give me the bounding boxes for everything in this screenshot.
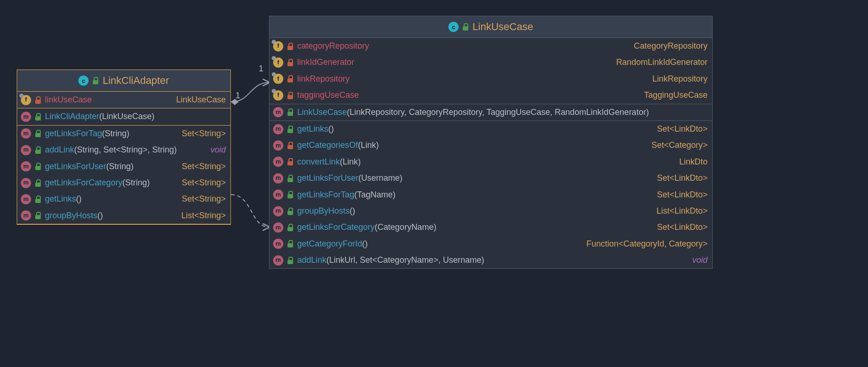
method-params: (Link) [358, 140, 379, 150]
method-name: convertLink [297, 157, 340, 166]
return-type: Set<LinkDto> [657, 190, 708, 199]
public-visibility-icon [92, 77, 99, 84]
method-row[interactable]: mgroupByHosts()List<String> [17, 208, 230, 224]
field-name: taggingUseCase [297, 90, 359, 100]
constructor-row[interactable]: mLinkCliAdapter(LinkUseCase) [17, 108, 230, 125]
methods-section: mgetLinksForTag(String)Set<String>maddLi… [17, 126, 230, 224]
method-icon: m [273, 255, 283, 266]
method-name: getLinksForUser [45, 162, 106, 171]
class-box-link-use-case[interactable]: c LinkUseCase fcategoryRepositoryCategor… [269, 16, 713, 269]
field-type: CategoryRepository [634, 41, 708, 51]
method-icon: m [21, 112, 31, 122]
public-visibility-icon [35, 130, 41, 137]
method-row[interactable]: mgetLinks()Set<String> [17, 191, 230, 207]
private-visibility-icon [287, 158, 294, 165]
public-visibility-icon [35, 179, 41, 187]
public-visibility-icon [287, 108, 294, 116]
multiplicity-adapter: 1 [236, 91, 240, 100]
method-name: getLinksForCategory [297, 222, 375, 232]
field-row[interactable]: ftaggingUseCaseTaggingUseCase [269, 87, 712, 103]
method-row[interactable]: mgetLinksForUser(String)Set<String> [17, 158, 230, 175]
return-type: Set<String> [182, 178, 226, 187]
method-row[interactable]: mgetLinks()Set<LinkDto> [269, 121, 712, 137]
field-row[interactable]: fcategoryRepositoryCategoryRepository [269, 38, 712, 54]
method-row[interactable]: mgetLinksForTag(String)Set<String> [17, 126, 230, 142]
field-name: categoryRepository [297, 41, 369, 51]
method-icon: m [273, 222, 283, 233]
return-type: Set<String> [182, 129, 226, 138]
field-row[interactable]: flinkRepositoryLinkRepository [269, 71, 712, 87]
field-name: linkUseCase [45, 95, 92, 104]
method-row[interactable]: maddLink(LinkUrl, Set<CategoryName>, Use… [269, 252, 712, 268]
public-visibility-icon [462, 23, 469, 31]
class-title: LinkCliAdapter [102, 75, 169, 87]
private-visibility-icon [287, 92, 294, 99]
method-params: () [362, 239, 368, 248]
method-icon: m [273, 157, 283, 167]
method-name: getLinksForTag [45, 129, 102, 138]
method-row[interactable]: mgetLinksForCategory(CategoryName)Set<Li… [269, 219, 712, 235]
class-icon: c [78, 76, 89, 86]
method-icon: m [21, 128, 31, 139]
public-visibility-icon [287, 257, 294, 264]
field-icon: f [273, 57, 283, 68]
method-row[interactable]: maddLink(String, Set<String>, String)voi… [17, 142, 230, 158]
method-name: addLink [297, 255, 326, 265]
class-box-link-cli-adapter[interactable]: c LinkCliAdapter flinkUseCaseLinkUseCase… [17, 70, 231, 225]
method-row[interactable]: mgroupByHosts()List<LinkDto> [269, 203, 712, 219]
method-icon: m [21, 145, 31, 155]
field-row[interactable]: flinkIdGeneratorRandomLinkIdGenerator [269, 54, 712, 70]
method-params: () [328, 124, 334, 133]
return-type: Set<String> [182, 194, 226, 203]
private-visibility-icon [287, 59, 294, 66]
method-icon: m [21, 210, 31, 221]
method-icon: m [273, 173, 283, 184]
class-header: c LinkUseCase [269, 16, 712, 38]
methods-section: mgetLinks()Set<LinkDto>mgetCategoriesOf(… [269, 121, 712, 269]
method-row[interactable]: mgetLinksForTag(TagName)Set<LinkDto> [269, 187, 712, 203]
method-params: (TagName) [354, 190, 396, 199]
field-name: linkRepository [297, 74, 350, 83]
method-row[interactable]: mgetLinksForCategory(String)Set<String> [17, 175, 230, 191]
method-params: (LinkRepository, CategoryRepository, Tag… [347, 108, 649, 117]
method-params: (LinkUseCase) [99, 112, 154, 121]
method-icon: m [21, 194, 31, 204]
public-visibility-icon [35, 163, 41, 170]
method-params: (String, Set<String>, String) [74, 145, 177, 154]
method-name: LinkCliAdapter [45, 112, 99, 121]
public-visibility-icon [287, 224, 294, 231]
field-type: TaggingUseCase [644, 90, 708, 100]
field-type: LinkRepository [652, 74, 708, 83]
method-name: getLinks [297, 124, 328, 133]
return-type: Set<LinkDto> [657, 173, 708, 183]
field-row[interactable]: flinkUseCaseLinkUseCase [17, 92, 230, 108]
method-icon: m [273, 124, 283, 134]
diagram-canvas[interactable]: 1 1 c LinkCliAdapter flinkUseCaseLinkUse… [0, 0, 868, 367]
constructors-section: mLinkUseCase(LinkRepository, CategoryRep… [269, 104, 712, 121]
class-icon: c [448, 22, 459, 32]
method-params: () [97, 211, 103, 220]
method-icon: m [273, 190, 283, 200]
public-visibility-icon [287, 126, 294, 133]
public-visibility-icon [287, 240, 294, 247]
private-visibility-icon [287, 43, 294, 50]
method-params: (String) [102, 129, 129, 138]
fields-section: flinkUseCaseLinkUseCase [17, 92, 230, 108]
return-type: Set<Category> [651, 140, 708, 150]
method-row[interactable]: mconvertLink(Link)LinkDto [269, 154, 712, 170]
return-type: void [211, 145, 226, 154]
method-row[interactable]: mgetLinksForUser(Username)Set<LinkDto> [269, 170, 712, 186]
method-params: (Username) [358, 173, 402, 183]
method-params: (String) [106, 162, 134, 171]
method-icon: m [21, 178, 31, 188]
method-icon: m [273, 107, 283, 117]
constructor-row[interactable]: mLinkUseCase(LinkRepository, CategoryRep… [269, 104, 712, 120]
method-params: (String) [122, 178, 150, 187]
method-params: () [76, 194, 82, 203]
class-title: LinkUseCase [472, 21, 533, 33]
public-visibility-icon [287, 175, 294, 182]
method-row[interactable]: mgetCategoryForId()Function<CategoryId, … [269, 236, 712, 252]
method-name: getLinksForCategory [45, 178, 122, 187]
class-header: c LinkCliAdapter [17, 70, 230, 92]
method-row[interactable]: mgetCategoriesOf(Link)Set<Category> [269, 137, 712, 153]
